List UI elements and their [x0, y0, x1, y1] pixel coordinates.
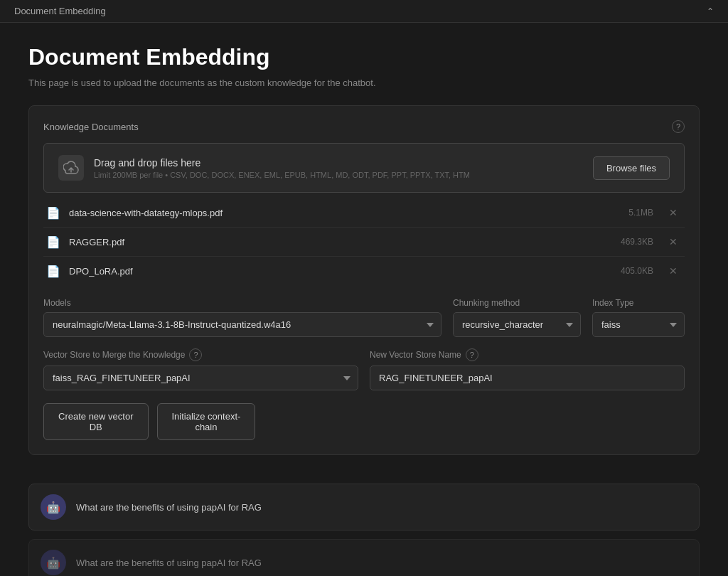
avatar: 🤖	[41, 494, 66, 520]
vector-store-label: Vector Store to Merge the Knowledge	[43, 350, 185, 360]
file-name: DPO_LoRA.pdf	[69, 266, 615, 277]
table-row: 📄 DPO_LoRA.pdf 405.0KB ✕	[43, 257, 685, 285]
top-bar-title: Document Embedding	[14, 6, 106, 16]
table-row: 📄 RAGGER.pdf 469.3KB ✕	[43, 228, 685, 257]
browse-files-button[interactable]: Browse files	[593, 156, 670, 180]
chunking-group: Chunking method recursive_character	[453, 298, 581, 337]
form-row-models: Models neuralmagic/Meta-Llama-3.1-8B-Ins…	[43, 298, 685, 337]
initialize-context-chain-button[interactable]: Initialize context-chain	[157, 403, 256, 440]
page-title: Document Embedding	[28, 44, 700, 70]
models-label: Models	[43, 298, 441, 308]
new-vector-help-icon[interactable]: ?	[466, 348, 478, 361]
chunking-select[interactable]: recursive_character	[453, 312, 581, 337]
chat-text: What are the benefits of using papAI for…	[76, 502, 262, 513]
file-size: 405.0KB	[621, 266, 653, 276]
file-size: 5.1MB	[628, 208, 653, 218]
new-vector-label-row: New Vector Store Name ?	[370, 348, 685, 361]
file-name: RAGGER.pdf	[69, 237, 615, 247]
drop-zone-text: Drag and drop files here Limit 200MB per…	[94, 157, 470, 179]
file-icon: 📄	[46, 206, 60, 220]
file-icon: 📄	[46, 235, 60, 249]
vector-store-help-icon[interactable]: ?	[189, 348, 202, 361]
models-group: Models neuralmagic/Meta-Llama-3.1-8B-Ins…	[43, 298, 441, 337]
file-remove-button[interactable]: ✕	[665, 264, 682, 278]
drop-zone[interactable]: Drag and drop files here Limit 200MB per…	[43, 143, 685, 193]
panel-label: Knowledge Documents	[43, 122, 139, 132]
drop-zone-limit: Limit 200MB per file • CSV, DOC, DOCX, E…	[94, 171, 470, 179]
new-vector-input[interactable]	[370, 366, 685, 390]
drop-zone-left: Drag and drop files here Limit 200MB per…	[58, 155, 470, 181]
form-row-vector: Vector Store to Merge the Knowledge ? fa…	[43, 348, 685, 390]
chat-text: What are the benefits of using papAI for…	[76, 558, 262, 568]
page-subtitle: This page is used to upload the document…	[28, 78, 700, 88]
knowledge-panel: Knowledge Documents ? Drag and drop file…	[28, 105, 700, 455]
file-name: data-science-with-datategy-mlops.pdf	[69, 208, 623, 218]
vector-store-label-row: Vector Store to Merge the Knowledge ?	[43, 348, 358, 361]
vector-store-group: Vector Store to Merge the Knowledge ? fa…	[43, 348, 358, 390]
file-remove-button[interactable]: ✕	[665, 206, 682, 220]
file-list: 📄 data-science-with-datategy-mlops.pdf 5…	[43, 198, 685, 285]
index-label: Index Type	[592, 298, 685, 308]
index-select[interactable]: faiss	[592, 312, 685, 337]
file-icon: 📄	[46, 265, 60, 278]
file-remove-button[interactable]: ✕	[665, 235, 682, 249]
chat-message-2: 🤖 What are the benefits of using papAI f…	[28, 539, 700, 576]
top-bar: Document Embedding ⌃	[0, 0, 728, 23]
models-select[interactable]: neuralmagic/Meta-Llama-3.1-8B-Instruct-q…	[43, 312, 441, 337]
chat-section: 🤖 What are the benefits of using papAI f…	[0, 484, 728, 576]
action-row: Create new vectorDB Initialize context-c…	[43, 403, 685, 440]
chunking-label: Chunking method	[453, 298, 581, 308]
panel-help-icon[interactable]: ?	[672, 120, 685, 133]
new-vector-group: New Vector Store Name ?	[370, 348, 685, 390]
main-content: Document Embedding This page is used to …	[0, 23, 728, 484]
panel-header: Knowledge Documents ?	[43, 120, 685, 133]
upload-icon	[58, 155, 84, 181]
avatar: 🤖	[41, 550, 66, 575]
create-vector-db-button[interactable]: Create new vectorDB	[43, 403, 149, 440]
file-size: 469.3KB	[621, 237, 653, 247]
chat-message-1: 🤖 What are the benefits of using papAI f…	[28, 484, 700, 530]
drop-zone-heading: Drag and drop files here	[94, 157, 470, 169]
index-group: Index Type faiss	[592, 298, 685, 337]
table-row: 📄 data-science-with-datategy-mlops.pdf 5…	[43, 198, 685, 228]
new-vector-label: New Vector Store Name	[370, 350, 461, 360]
collapse-icon[interactable]: ⌃	[707, 6, 714, 16]
vector-store-select[interactable]: faiss_RAG_FINETUNEER_papAI	[43, 366, 358, 390]
